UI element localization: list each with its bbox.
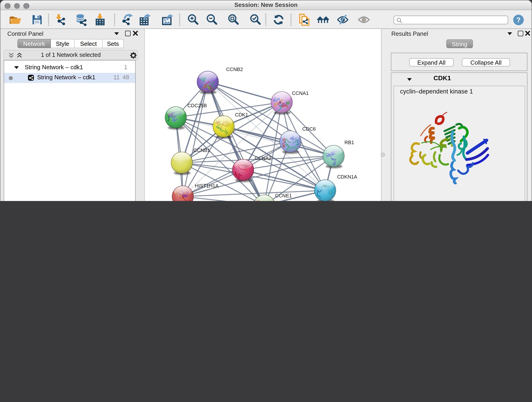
- svg-text:?: ?: [516, 16, 521, 24]
- svg-text:CCNA2: CCNA2: [254, 155, 271, 161]
- svg-text:HIST1H1A: HIST1H1A: [195, 183, 219, 189]
- svg-text:CDKN1A: CDKN1A: [337, 174, 357, 180]
- svg-text:CCNB1: CCNB1: [193, 147, 210, 153]
- svg-text:RB1: RB1: [344, 140, 354, 145]
- svg-text:CCNA1: CCNA1: [292, 90, 309, 96]
- svg-text:CDC25B: CDC25B: [187, 103, 207, 108]
- svg-text:CCNB2: CCNB2: [226, 66, 243, 72]
- svg-text:CCNE1: CCNE1: [275, 193, 292, 198]
- svg-text:CDC6: CDC6: [302, 126, 316, 132]
- svg-text:CDK1: CDK1: [235, 112, 248, 118]
